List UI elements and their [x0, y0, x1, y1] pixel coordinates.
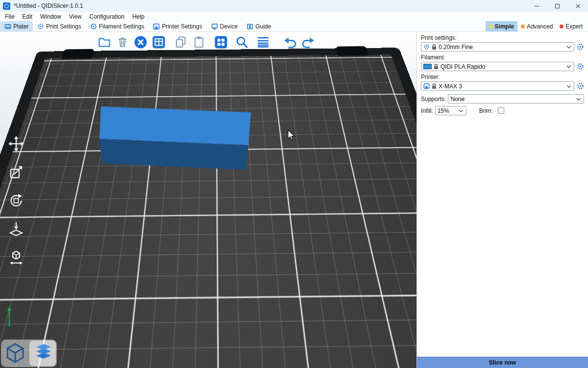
- place-on-face-icon: [8, 221, 24, 237]
- mode-label: Advanced: [527, 23, 553, 30]
- filament-color-swatch: [423, 64, 432, 69]
- menu-help[interactable]: Help: [128, 12, 148, 21]
- instances-button[interactable]: [213, 34, 229, 51]
- undo-button[interactable]: [282, 34, 298, 51]
- redo-button[interactable]: [300, 34, 317, 51]
- editor-3d-cube-icon: [5, 342, 25, 364]
- menu-window[interactable]: Window: [36, 12, 65, 21]
- mode-expert[interactable]: Expert: [556, 21, 586, 31]
- filament-label: Filament:: [421, 54, 584, 61]
- scale-button[interactable]: [6, 162, 26, 183]
- move-icon: [8, 135, 24, 152]
- delete-all-button[interactable]: [132, 34, 149, 51]
- delete-button[interactable]: [114, 34, 131, 51]
- supports-label: Supports:: [421, 96, 446, 103]
- variable-layer-height-icon: [256, 35, 270, 49]
- slice-now-button[interactable]: Slice now: [417, 357, 588, 368]
- print-settings-combo[interactable]: 0.20mm Fine: [421, 42, 574, 52]
- arrange-button[interactable]: [150, 34, 167, 51]
- printer-combo[interactable]: X-MAX 3: [421, 81, 574, 91]
- minimize-button[interactable]: [526, 0, 547, 12]
- tab-label: Print Settings: [46, 23, 81, 30]
- maximize-icon: [555, 4, 560, 8]
- brim-label: Brim:: [479, 107, 493, 114]
- editor-3d-button[interactable]: [2, 341, 28, 366]
- rotate-icon: [8, 192, 24, 209]
- chevron-down-icon: [566, 46, 571, 49]
- filament-combo[interactable]: QIDI PLA Rapido: [421, 62, 574, 71]
- tab-device[interactable]: Device: [207, 21, 243, 31]
- copy-button[interactable]: [172, 34, 189, 51]
- mode-label: Expert: [565, 23, 583, 30]
- bed-clip: [62, 49, 95, 59]
- titlebar: *Untitled - QIDISlicer-1.0.1: [0, 0, 588, 12]
- printer-label: Printer:: [421, 74, 584, 80]
- printer-gear-button[interactable]: [577, 82, 584, 90]
- viewport-3d[interactable]: [0, 32, 416, 368]
- view-switcher: [1, 340, 57, 367]
- mode-simple[interactable]: Simple: [486, 21, 517, 31]
- infill-value: 15%: [438, 107, 457, 114]
- content: Print settings: 0.20mm Fine Filament: QI…: [0, 32, 588, 368]
- close-button[interactable]: [567, 0, 588, 12]
- tab-printer-settings[interactable]: Printer Settings: [148, 21, 206, 31]
- place-on-face-button[interactable]: [6, 219, 26, 239]
- chevron-down-icon: [459, 109, 464, 112]
- measure-icon: [8, 249, 24, 266]
- infill-combo[interactable]: 15%: [435, 106, 466, 115]
- tab-label: Filament Settings: [99, 23, 145, 30]
- rotate-button[interactable]: [6, 190, 26, 211]
- tab-label: Guide: [255, 23, 271, 30]
- mode-advanced[interactable]: Advanced: [517, 21, 556, 31]
- print-settings-value: 0.20mm Fine: [439, 44, 564, 51]
- menu-file[interactable]: File: [1, 12, 18, 21]
- print-settings-label: Print settings:: [421, 34, 584, 41]
- menu-edit[interactable]: Edit: [18, 12, 36, 21]
- paste-button[interactable]: [191, 34, 207, 51]
- print-bed: [0, 54, 416, 368]
- scale-icon: [8, 164, 24, 181]
- tab-label: Device: [220, 23, 238, 30]
- copy-icon: [174, 35, 188, 49]
- advanced-mode-dot-icon: [521, 25, 525, 28]
- search-icon: [235, 35, 249, 49]
- instances-icon: [214, 35, 228, 49]
- redo-icon: [301, 35, 315, 49]
- plater-icon: [4, 23, 11, 30]
- arrange-icon: [152, 35, 166, 49]
- menu-view[interactable]: View: [65, 12, 86, 21]
- move-button[interactable]: [6, 133, 26, 154]
- gizmo-toolbar: [6, 133, 26, 268]
- window-controls: [526, 0, 588, 12]
- printer-value: X-MAX 3: [439, 83, 564, 90]
- supports-value: None: [450, 96, 574, 103]
- mode-label: Simple: [495, 23, 514, 30]
- device-icon: [211, 23, 218, 30]
- measure-button[interactable]: [6, 247, 26, 268]
- guide-icon: [246, 23, 253, 30]
- app-logo-icon: [3, 2, 10, 10]
- print-settings-gear-button[interactable]: [577, 43, 584, 51]
- infill-label: Infill:: [421, 107, 433, 114]
- tab-filament-settings[interactable]: Filament Settings: [86, 21, 149, 31]
- brim-checkbox[interactable]: [498, 107, 504, 114]
- search-button[interactable]: [234, 34, 250, 51]
- lock-icon: [434, 64, 439, 70]
- maximize-button[interactable]: [547, 0, 567, 12]
- expert-mode-dot-icon: [560, 25, 564, 28]
- preview-layers-button[interactable]: [29, 341, 56, 366]
- variable-layer-height-button[interactable]: [255, 34, 271, 51]
- tab-label: Plater: [13, 23, 28, 30]
- tab-guide[interactable]: Guide: [242, 21, 275, 31]
- filament-gear-button[interactable]: [577, 63, 584, 70]
- menu-configuration[interactable]: Configuration: [86, 12, 128, 21]
- close-icon: [575, 3, 581, 9]
- open-button[interactable]: [96, 34, 113, 51]
- lock-icon: [432, 83, 437, 89]
- simple-mode-dot-icon: [489, 25, 493, 28]
- tab-print-settings[interactable]: Print Settings: [33, 21, 85, 31]
- window-title: *Untitled - QIDISlicer-1.0.1: [14, 2, 83, 9]
- tabbar: Plater Print Settings Filament Settings …: [0, 21, 588, 32]
- supports-combo[interactable]: None: [448, 94, 584, 104]
- tab-plater[interactable]: Plater: [0, 21, 33, 31]
